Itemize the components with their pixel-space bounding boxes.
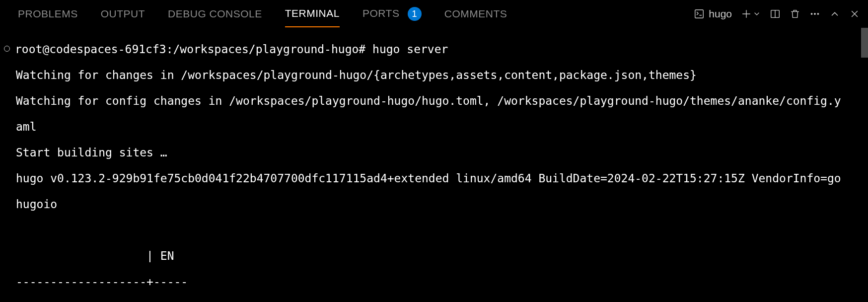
ports-badge: 1 <box>408 7 422 21</box>
tab-problems[interactable]: PROBLEMS <box>18 8 78 27</box>
terminal-line: hugo v0.123.2-929b91fe75cb0d041f22b47077… <box>4 172 868 185</box>
maximize-panel-button[interactable] <box>829 8 840 19</box>
split-terminal-button[interactable] <box>770 8 781 19</box>
plus-icon <box>741 8 752 19</box>
ellipsis-icon <box>809 8 820 19</box>
chevron-up-icon <box>829 8 840 19</box>
trash-icon <box>790 8 800 19</box>
tab-output[interactable]: OUTPUT <box>101 8 145 27</box>
tab-ports[interactable]: PORTS 1 <box>362 7 422 28</box>
terminal-output[interactable]: root@codespaces-691cf3:/workspaces/playg… <box>0 28 868 302</box>
more-actions-button[interactable] <box>809 8 820 19</box>
stats-table-header: | EN <box>4 249 868 262</box>
tab-ports-label: PORTS <box>362 7 399 19</box>
close-panel-button[interactable] <box>849 8 860 19</box>
terminal-scrollbar[interactable] <box>861 28 868 58</box>
chevron-down-icon <box>753 10 761 18</box>
new-terminal-button[interactable] <box>741 8 752 19</box>
terminal-line: Start building sites … <box>4 146 868 159</box>
kill-terminal-button[interactable] <box>790 8 800 19</box>
terminal-line: Watching for config changes in /workspac… <box>4 94 868 107</box>
svg-point-2 <box>811 13 812 15</box>
svg-rect-0 <box>695 10 704 18</box>
close-icon <box>849 8 860 19</box>
terminal-line: hugoio <box>4 198 868 211</box>
panel-header: PROBLEMS OUTPUT DEBUG CONSOLE TERMINAL P… <box>0 0 868 28</box>
svg-point-3 <box>814 13 816 15</box>
panel-tabs: PROBLEMS OUTPUT DEBUG CONSOLE TERMINAL P… <box>18 0 507 28</box>
split-icon <box>770 8 781 19</box>
shell-name: hugo <box>709 8 732 20</box>
svg-point-4 <box>817 13 819 15</box>
terminal-prompt-line: root@codespaces-691cf3:/workspaces/playg… <box>15 43 448 56</box>
stats-table-separator: -------------------+----- <box>4 275 868 288</box>
tab-debug-console[interactable]: DEBUG CONSOLE <box>168 8 262 27</box>
terminal-shell-selector[interactable]: hugo <box>694 8 732 20</box>
terminal-line: Watching for changes in /workspaces/play… <box>4 69 868 81</box>
tab-comments[interactable]: COMMENTS <box>444 8 507 27</box>
shell-icon <box>694 8 705 19</box>
terminal-line: aml <box>4 120 868 133</box>
tab-terminal[interactable]: TERMINAL <box>285 7 340 27</box>
new-terminal-dropdown[interactable] <box>753 10 761 18</box>
command-marker-icon <box>4 46 10 52</box>
terminal-actions: hugo <box>694 8 860 20</box>
